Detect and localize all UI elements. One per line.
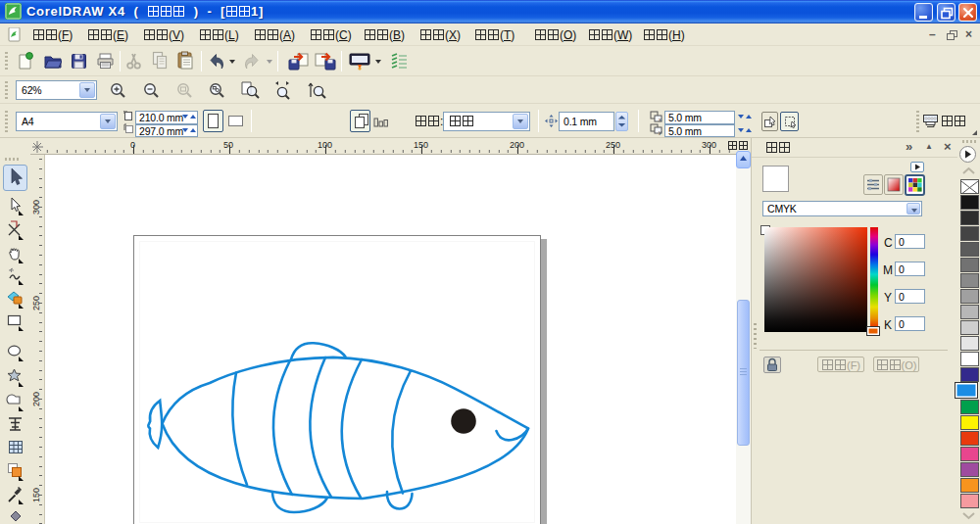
svg-text:x: x	[659, 117, 662, 122]
svg-text:y: y	[659, 129, 662, 135]
